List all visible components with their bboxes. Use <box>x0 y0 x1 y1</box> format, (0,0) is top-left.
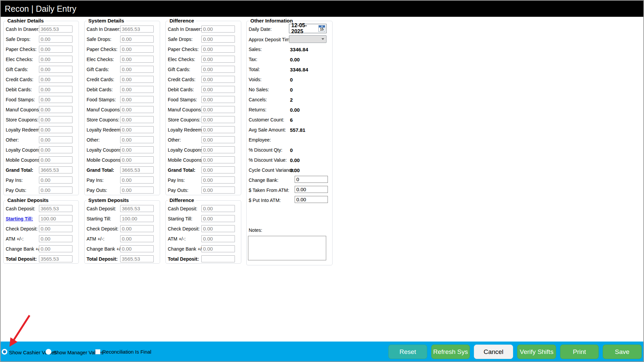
field-input[interactable] <box>120 86 154 93</box>
field-input[interactable] <box>201 235 235 242</box>
field-input[interactable] <box>120 187 154 194</box>
field-input[interactable] <box>39 225 72 232</box>
field-input[interactable] <box>120 205 154 212</box>
field-input[interactable] <box>120 46 154 53</box>
field-label: Food Stamps: <box>87 97 116 102</box>
field-input[interactable] <box>39 86 72 93</box>
show-cashier-values-radio[interactable] <box>2 349 7 355</box>
field-input[interactable] <box>201 136 235 143</box>
field-input[interactable] <box>39 187 72 194</box>
field-input[interactable] <box>201 126 235 133</box>
field-input[interactable] <box>39 56 72 63</box>
field-input[interactable] <box>120 225 154 232</box>
field-input[interactable] <box>120 166 154 173</box>
field-input[interactable] <box>201 176 235 184</box>
field-input[interactable] <box>120 56 154 63</box>
field-input[interactable] <box>39 205 72 212</box>
field-input[interactable] <box>39 76 72 83</box>
daily-date-picker[interactable]: 12-05-2025 15 <box>289 24 327 33</box>
field-input[interactable] <box>39 176 72 184</box>
field-input[interactable] <box>201 255 235 262</box>
field-input[interactable] <box>201 215 235 222</box>
approx-deposit-time-select[interactable] <box>289 35 327 43</box>
input-field[interactable] <box>295 186 328 193</box>
field-input[interactable] <box>39 136 72 143</box>
field-label: Check Deposit: <box>168 226 200 231</box>
field-input[interactable] <box>201 76 235 83</box>
field-input[interactable] <box>201 225 235 232</box>
reconciliation-is-final-label: Reconciliation Is Final <box>102 349 151 355</box>
field-input[interactable] <box>120 76 154 83</box>
field-input[interactable] <box>120 136 154 143</box>
field-input[interactable] <box>120 126 154 133</box>
field-input[interactable] <box>120 156 154 163</box>
field-row: Cash Deposit: <box>87 205 157 212</box>
input-field[interactable] <box>295 176 328 183</box>
field-input[interactable] <box>120 176 154 184</box>
field-input[interactable] <box>120 116 154 123</box>
field-input[interactable] <box>201 86 235 93</box>
field-input[interactable] <box>39 215 72 222</box>
field-input[interactable] <box>120 25 154 33</box>
field-input[interactable] <box>39 156 72 163</box>
field-input[interactable] <box>201 36 235 43</box>
field-row: Starting Till: <box>168 215 238 222</box>
cancel-button[interactable]: Cancel <box>474 345 513 359</box>
stat-label: Total: <box>249 67 260 72</box>
field-label: Elec Checks: <box>168 57 195 62</box>
save-button[interactable]: Save <box>603 345 642 359</box>
field-input[interactable] <box>201 187 235 194</box>
field-input[interactable] <box>201 205 235 212</box>
field-input[interactable] <box>201 46 235 53</box>
field-row: Pay Outs: <box>87 187 157 194</box>
field-input[interactable] <box>39 25 72 33</box>
field-input[interactable] <box>120 245 154 252</box>
field-input[interactable] <box>39 116 72 123</box>
field-input[interactable] <box>120 66 154 73</box>
field-input[interactable] <box>39 106 72 113</box>
field-input[interactable] <box>201 156 235 163</box>
field-label: Elec Checks: <box>87 57 114 62</box>
field-row: Safe Drops: <box>87 36 157 43</box>
field-input[interactable] <box>39 66 72 73</box>
field-input[interactable] <box>201 56 235 63</box>
field-input[interactable] <box>120 215 154 222</box>
field-input[interactable] <box>201 245 235 252</box>
panel-difference-deposits: Difference Cash Deposit:Starting Till:Ch… <box>165 200 241 264</box>
field-input[interactable] <box>201 66 235 73</box>
notes-input[interactable] <box>248 236 326 260</box>
field-input[interactable] <box>201 106 235 113</box>
field-input[interactable] <box>120 96 154 103</box>
notes-label: Notes: <box>249 227 262 233</box>
field-input[interactable] <box>120 255 154 262</box>
field-input[interactable] <box>39 126 72 133</box>
field-input[interactable] <box>201 25 235 33</box>
stat-label: Avg Sale Amount: <box>249 127 286 133</box>
reconciliation-is-final-checkbox[interactable] <box>95 349 100 354</box>
input-field[interactable] <box>295 196 328 203</box>
field-input[interactable] <box>39 146 72 153</box>
field-input[interactable] <box>39 235 72 242</box>
print-button[interactable]: Print <box>560 345 599 359</box>
field-label: Loyalty Coupons: <box>6 147 42 153</box>
field-input[interactable] <box>120 36 154 43</box>
field-input[interactable] <box>39 96 72 103</box>
field-input[interactable] <box>39 46 72 53</box>
field-input[interactable] <box>120 146 154 153</box>
field-input[interactable] <box>39 36 72 43</box>
refresh-sys-button[interactable]: Refresh Sys <box>431 345 470 359</box>
field-input[interactable] <box>39 255 72 262</box>
field-input[interactable] <box>201 96 235 103</box>
calendar-icon[interactable]: 15 <box>318 25 325 32</box>
field-input[interactable] <box>201 146 235 153</box>
reset-button[interactable]: Reset <box>388 345 427 359</box>
field-input[interactable] <box>120 235 154 242</box>
field-input[interactable] <box>120 106 154 113</box>
field-input[interactable] <box>201 166 235 173</box>
field-input[interactable] <box>201 116 235 123</box>
show-manager-values-radio[interactable] <box>46 349 51 355</box>
field-input[interactable] <box>39 245 72 252</box>
field-input[interactable] <box>39 166 72 173</box>
starting-till-link[interactable]: Starting Till: <box>6 216 33 221</box>
verify-shifts-button[interactable]: Verify Shifts <box>517 345 556 359</box>
